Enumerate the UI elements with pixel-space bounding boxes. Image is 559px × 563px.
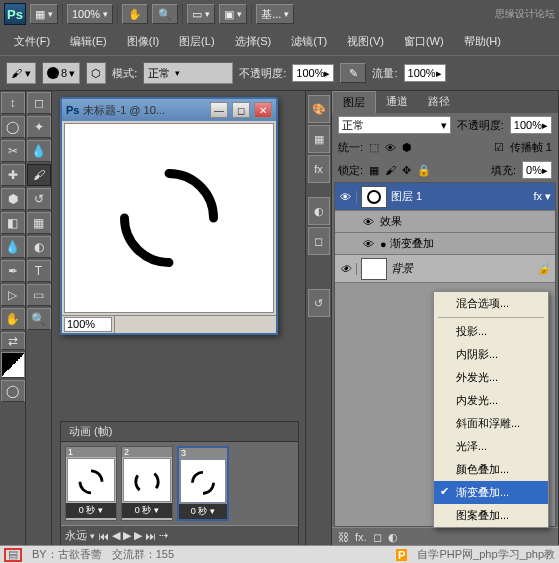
unify-position-icon[interactable]: ⬚ (369, 141, 379, 154)
last-frame-icon[interactable]: ⏭ (145, 530, 156, 542)
workspace-button[interactable]: 基... (256, 4, 294, 24)
adjustment-layer-icon[interactable]: ◐ (388, 531, 398, 544)
maximize-button[interactable]: ◻ (232, 102, 250, 118)
color-swap-icon[interactable]: ⇄ (1, 332, 25, 350)
tool-dodge[interactable]: ◐ (27, 236, 51, 258)
menu-image[interactable]: 图像(I) (119, 32, 167, 51)
tool-spot[interactable]: ✚ (1, 164, 25, 186)
tab-channels[interactable]: 通道 (376, 91, 418, 113)
tool-history[interactable]: ↺ (27, 188, 51, 210)
zoom-level-button[interactable]: 100% (67, 4, 113, 24)
tool-eyedrop[interactable]: 💧 (27, 140, 51, 162)
blend-mode-select[interactable]: 正常 (143, 62, 233, 84)
menu-select[interactable]: 选择(S) (227, 32, 280, 51)
mi-gradient-overlay[interactable]: 渐变叠加... (434, 481, 548, 504)
mi-blend-options[interactable]: 混合选项... (434, 292, 548, 315)
tool-brush[interactable]: 🖌 (27, 164, 51, 186)
mi-color-overlay[interactable]: 颜色叠加... (434, 458, 548, 481)
layer-fx-icon[interactable]: fx. (355, 531, 367, 544)
lock-pos-icon[interactable]: ✥ (402, 164, 411, 177)
mi-drop-shadow[interactable]: 投影... (434, 320, 548, 343)
layer-mask-icon[interactable]: ◻ (373, 531, 382, 544)
tool-eraser[interactable]: ◧ (1, 212, 25, 234)
frame-duration[interactable]: 0 秒 (122, 503, 172, 518)
mi-inner-shadow[interactable]: 内阴影... (434, 343, 548, 366)
play-icon[interactable]: ▶ (123, 529, 131, 542)
quickmask-icon[interactable]: ◯ (1, 380, 25, 402)
tool-pen[interactable]: ✒ (1, 260, 25, 282)
mi-inner-glow[interactable]: 内发光... (434, 389, 548, 412)
frame-duration[interactable]: 0 秒 (66, 503, 116, 518)
styles-panel-icon[interactable]: fx (308, 155, 330, 183)
tool-type[interactable]: T (27, 260, 51, 282)
tab-layers[interactable]: 图层 (332, 91, 376, 113)
document-titlebar[interactable]: Ps 未标题-1 @ 10... — ◻ ✕ (62, 99, 276, 121)
swatches-panel-icon[interactable]: ▦ (308, 125, 330, 153)
mi-satin[interactable]: 光泽... (434, 435, 548, 458)
fill-input[interactable]: 0% ▸ (522, 161, 552, 179)
layer-fx-row[interactable]: 👁 效果 (335, 211, 555, 233)
tool-lasso[interactable]: ◯ (1, 116, 25, 138)
link-layers-icon[interactable]: ⛓ (338, 531, 349, 544)
visibility-icon[interactable]: 👁 (335, 191, 357, 203)
loop-select[interactable]: 永远 (65, 528, 95, 543)
next-frame-icon[interactable]: ▶ (134, 529, 142, 542)
tool-crop[interactable]: ✂ (1, 140, 25, 162)
tool-path[interactable]: ▷ (1, 284, 25, 306)
menu-view[interactable]: 视图(V) (339, 32, 392, 51)
tween-icon[interactable]: ⇢ (159, 529, 168, 542)
lock-trans-icon[interactable]: ▦ (369, 164, 379, 177)
unify-style-icon[interactable]: ⬢ (402, 141, 412, 154)
propagate-checkbox[interactable]: ☑ (494, 141, 504, 154)
tool-clone[interactable]: ⬢ (1, 188, 25, 210)
color-panel-icon[interactable]: 🎨 (308, 95, 330, 123)
masks-panel-icon[interactable]: ◻ (308, 227, 330, 255)
close-button[interactable]: ✕ (254, 102, 272, 118)
layer-row-bg[interactable]: 👁 背景 🔒 (335, 255, 555, 283)
first-frame-icon[interactable]: ⏮ (98, 530, 109, 542)
menu-help[interactable]: 帮助(H) (456, 32, 509, 51)
menu-edit[interactable]: 编辑(E) (62, 32, 115, 51)
adjust-panel-icon[interactable]: ◐ (308, 197, 330, 225)
tool-preset[interactable]: 🖌 ▾ (6, 62, 36, 84)
unify-visibility-icon[interactable]: 👁 (385, 142, 396, 154)
screen-mode-button[interactable]: ▣ (219, 4, 247, 24)
menu-filter[interactable]: 滤镜(T) (283, 32, 335, 51)
tool-marquee[interactable]: ◻ (27, 92, 51, 114)
tool-move[interactable]: ↕ (1, 92, 25, 114)
opacity-input[interactable]: 100% ▸ (292, 64, 334, 82)
doc-arrange-button[interactable]: ▭ (187, 4, 215, 24)
tab-paths[interactable]: 路径 (418, 91, 460, 113)
zoom-tool-button[interactable]: 🔍 (152, 4, 178, 24)
color-swatches[interactable] (1, 352, 25, 378)
document-canvas[interactable] (64, 123, 274, 313)
hand-tool-button[interactable]: ✋ (122, 4, 148, 24)
frame-1[interactable]: 1 0 秒 (65, 446, 117, 521)
mi-bevel[interactable]: 斜面和浮雕... (434, 412, 548, 435)
menu-file[interactable]: 文件(F) (6, 32, 58, 51)
menu-layer[interactable]: 图层(L) (171, 32, 222, 51)
visibility-icon[interactable]: 👁 (335, 263, 357, 275)
tool-shape[interactable]: ▭ (27, 284, 51, 306)
mi-outer-glow[interactable]: 外发光... (434, 366, 548, 389)
frame-3[interactable]: 3 0 秒 (177, 446, 229, 521)
tablet-opacity-icon[interactable]: ✎ (340, 63, 366, 83)
layer-row-1[interactable]: 👁 图层 1 fx ▾ (335, 183, 555, 211)
tool-gradient[interactable]: ▦ (27, 212, 51, 234)
flow-input[interactable]: 100% ▸ (404, 64, 446, 82)
bridge-button[interactable]: ▦ (30, 4, 58, 24)
document-zoom-input[interactable]: 100% (64, 317, 112, 332)
frame-2[interactable]: 2 0 秒 (121, 446, 173, 521)
tool-zoom[interactable]: 🔍 (27, 308, 51, 330)
tool-blur[interactable]: 💧 (1, 236, 25, 258)
lock-all-icon[interactable]: 🔒 (417, 164, 431, 177)
animation-tab[interactable]: 动画 (帧) (61, 422, 298, 442)
layer-opacity-input[interactable]: 100% ▸ (510, 116, 552, 134)
tool-hand[interactable]: ✋ (1, 308, 25, 330)
layer-fx-gradient-row[interactable]: 👁 ● 渐变叠加 (335, 233, 555, 255)
history-panel-icon[interactable]: ↺ (308, 289, 330, 317)
brush-picker[interactable]: 8 ▾ (42, 62, 80, 84)
prev-frame-icon[interactable]: ◀ (112, 529, 120, 542)
tool-wand[interactable]: ✦ (27, 116, 51, 138)
mi-pattern-overlay[interactable]: 图案叠加... (434, 504, 548, 527)
